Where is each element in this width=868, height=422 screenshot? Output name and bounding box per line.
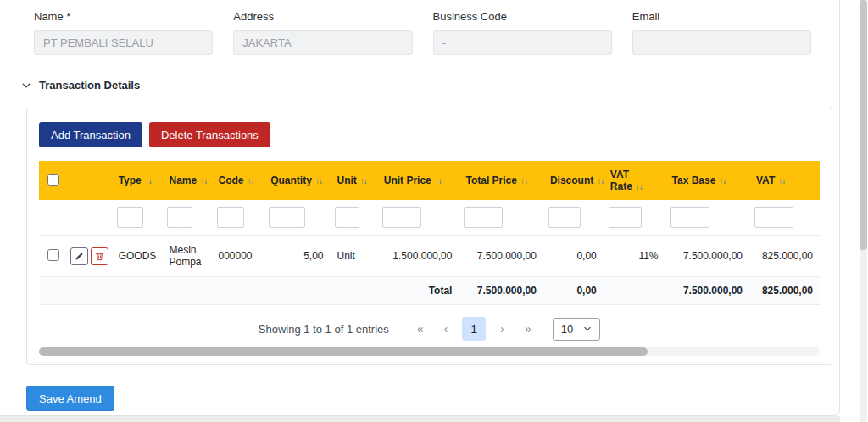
- column-header-tax-base[interactable]: Tax Base↑↓: [665, 161, 749, 200]
- email-input: [632, 30, 811, 55]
- filter-quantity-input[interactable]: [269, 207, 305, 228]
- totals-tax-base: 7.500.000,00: [665, 277, 749, 305]
- horizontal-scrollbar: [39, 347, 820, 356]
- sort-icon: ↑↓: [315, 176, 322, 186]
- pagination-next-button[interactable]: ›: [494, 319, 510, 339]
- totals-label: Total: [39, 277, 459, 305]
- filter-tax-base-input[interactable]: [670, 207, 709, 228]
- column-header-unit-price[interactable]: Unit Price↑↓: [377, 161, 459, 200]
- page-size-select[interactable]: 10: [553, 318, 600, 341]
- sort-icon: ↑↓: [360, 176, 367, 186]
- chevron-down-icon: [583, 325, 592, 333]
- column-header-quantity[interactable]: Quantity↑↓: [264, 161, 330, 200]
- horizontal-scrollbar-thumb[interactable]: [39, 347, 648, 356]
- column-header-vat-rate[interactable]: VAT Rate↑↓: [604, 161, 665, 200]
- edit-row-button[interactable]: [70, 247, 88, 265]
- cell-quantity: 5,00: [264, 236, 330, 277]
- sort-icon: ↑↓: [778, 176, 785, 186]
- filter-discount-input[interactable]: [548, 207, 581, 228]
- filter-type-input[interactable]: [117, 207, 143, 228]
- business-code-input: [433, 30, 612, 55]
- sort-icon: ↑↓: [636, 182, 643, 192]
- email-field-group: Email: [632, 10, 811, 55]
- column-header-type[interactable]: Type↑↓: [112, 161, 163, 200]
- pagination: Showing 1 to 1 of 1 entries « ‹ 1 › » 10: [39, 317, 820, 341]
- filter-code-input[interactable]: [217, 207, 244, 228]
- actions-column-header: [68, 161, 112, 200]
- cell-total-price: 7.500.000,00: [459, 236, 542, 277]
- table-header-row: Type↑↓ Name↑↓ Code↑↓ Quantity↑↓ Unit↑↓ U…: [39, 161, 820, 200]
- filter-unit-price-input[interactable]: [382, 207, 421, 228]
- filter-name-input[interactable]: [167, 207, 192, 228]
- vertical-scrollbar-thumb[interactable]: [860, 0, 867, 250]
- pagination-summary: Showing 1 to 1 of 1 entries: [259, 323, 389, 336]
- cell-vat: 825.000,00: [749, 236, 820, 277]
- vertical-scrollbar: [860, 0, 867, 422]
- sort-icon: ↑↓: [597, 176, 604, 186]
- name-field-group: Name *: [34, 10, 213, 55]
- business-code-label: Business Code: [433, 10, 612, 23]
- business-code-field-group: Business Code: [433, 10, 612, 55]
- customer-form: Name * Address Business Code Email: [34, 10, 811, 55]
- pagination-first-button[interactable]: «: [411, 319, 430, 339]
- trash-icon: [95, 252, 104, 261]
- cell-type: GOODS: [112, 236, 163, 277]
- cell-unit-price: 1.500.000,00: [377, 236, 459, 277]
- section-title: Transaction Details: [39, 79, 140, 92]
- filter-vat-input[interactable]: [754, 207, 793, 228]
- sort-icon: ↑↓: [435, 176, 442, 186]
- table-row: GOODS Mesin Pompa 000000 5,00 Unit 1.500…: [39, 236, 820, 277]
- cell-code: 000000: [212, 236, 264, 277]
- sort-icon: ↑↓: [200, 176, 207, 186]
- pagination-previous-button[interactable]: ‹: [438, 319, 454, 339]
- main-card: Name * Address Business Code Email Trans…: [0, 0, 840, 416]
- transactions-table: Type↑↓ Name↑↓ Code↑↓ Quantity↑↓ Unit↑↓ U…: [39, 161, 820, 305]
- cell-vat-rate: 11%: [604, 236, 665, 277]
- filter-unit-input[interactable]: [335, 207, 359, 228]
- row-checkbox[interactable]: [47, 249, 59, 261]
- address-field-group: Address: [233, 10, 412, 55]
- cell-discount: 0,00: [543, 236, 604, 277]
- sort-icon: ↑↓: [248, 176, 254, 186]
- chevron-down-icon: [21, 81, 31, 91]
- select-all-cell: [39, 161, 68, 200]
- filter-total-price-input[interactable]: [464, 207, 503, 228]
- cell-unit: Unit: [330, 236, 376, 277]
- address-label: Address: [233, 10, 412, 23]
- column-header-code[interactable]: Code↑↓: [212, 161, 264, 200]
- pagination-page-1[interactable]: 1: [462, 317, 486, 341]
- sort-icon: ↑↓: [145, 176, 152, 186]
- email-label: Email: [632, 10, 811, 23]
- select-all-checkbox[interactable]: [47, 174, 59, 186]
- column-header-name[interactable]: Name↑↓: [162, 161, 211, 200]
- column-header-total-price[interactable]: Total Price↑↓: [459, 161, 542, 200]
- add-transaction-button[interactable]: Add Transaction: [39, 122, 142, 147]
- sort-icon: ↑↓: [719, 176, 726, 186]
- totals-discount: 0,00: [543, 277, 604, 305]
- page-background-strip: [0, 416, 840, 422]
- pencil-icon: [75, 252, 84, 261]
- pagination-last-button[interactable]: »: [519, 319, 537, 339]
- save-amend-button[interactable]: Save Amend: [26, 386, 114, 411]
- name-label: Name *: [34, 10, 213, 23]
- name-input: [34, 30, 213, 55]
- transaction-details-section-header[interactable]: Transaction Details: [21, 69, 832, 99]
- totals-row: Total 7.500.000,00 0,00 7.500.000,00 825…: [39, 277, 820, 305]
- cell-tax-base: 7.500.000,00: [665, 236, 749, 277]
- sort-icon: ↑↓: [520, 176, 527, 186]
- address-input: [233, 30, 412, 55]
- column-header-unit[interactable]: Unit↑↓: [330, 161, 376, 200]
- cell-name: Mesin Pompa: [162, 236, 211, 277]
- totals-vat: 825.000,00: [749, 277, 820, 305]
- delete-transactions-button[interactable]: Delete Transactions: [149, 122, 270, 147]
- delete-row-button[interactable]: [91, 247, 108, 265]
- totals-total-price: 7.500.000,00: [459, 277, 542, 305]
- transactions-panel: Add Transaction Delete Transactions: [26, 108, 832, 365]
- filter-vat-rate-input[interactable]: [609, 207, 642, 228]
- page-size-value: 10: [561, 323, 573, 336]
- column-header-vat[interactable]: VAT↑↓: [749, 161, 820, 200]
- table-filter-row: [39, 200, 820, 236]
- column-header-discount[interactable]: Discount↑↓: [543, 161, 604, 200]
